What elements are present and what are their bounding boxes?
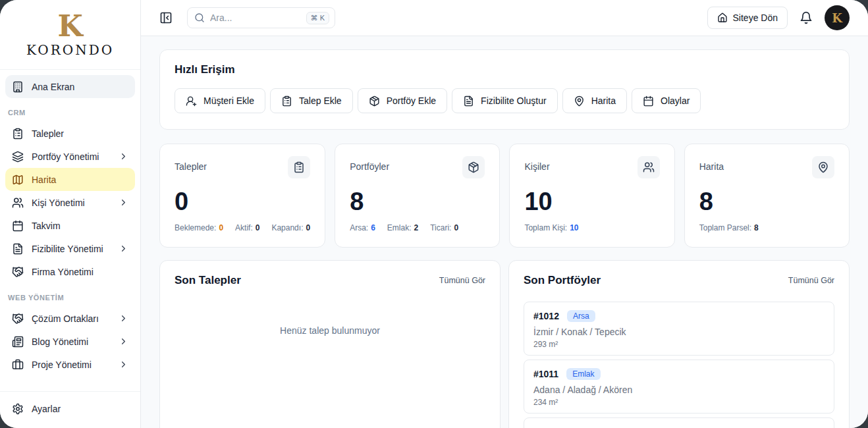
sidebar-section-crm: CRM — [5, 109, 135, 117]
portfolio-list: #1012 Arsa İzmir / Konak / Tepecik 293 m… — [524, 302, 834, 428]
map-button[interactable]: Harita — [562, 88, 627, 113]
sidebar-toggle-button[interactable] — [159, 11, 173, 24]
sidebar-item-label: Talepler — [32, 128, 64, 139]
newspaper-icon — [12, 336, 24, 348]
button-label: Harita — [591, 95, 616, 106]
sidebar-item-cozum-ortaklari[interactable]: Çözüm Ortakları — [5, 307, 135, 330]
map-pin-icon — [574, 95, 585, 107]
notifications-button[interactable] — [800, 11, 813, 24]
package-icon — [369, 95, 380, 107]
sidebar-item-label: Kişi Yönetimi — [32, 198, 85, 208]
button-label: Olaylar — [661, 95, 690, 106]
sidebar-item-label: Firma Yönetimi — [32, 267, 94, 277]
user-avatar[interactable]: K — [825, 5, 850, 30]
users-icon — [12, 197, 24, 209]
chevron-right-icon — [119, 244, 128, 254]
search-icon — [194, 13, 205, 23]
stat-title: Harita — [699, 156, 724, 172]
file-text-icon — [463, 95, 474, 107]
sidebar-item-harita[interactable]: Harita — [5, 168, 135, 191]
sidebar-item-portfoy-yonetimi[interactable]: Portföy Yönetimi — [5, 145, 135, 168]
sidebar-item-fizibilite-yonetimi[interactable]: Fizibilite Yönetimi — [5, 237, 135, 260]
stat-breakdown: Toplam Kişi:10 — [524, 223, 659, 232]
handshake-icon — [12, 313, 24, 325]
events-button[interactable]: Olaylar — [632, 88, 701, 113]
view-all-portfolios-link[interactable]: Tümünü Gör — [788, 276, 834, 285]
stat-card-kisiler: Kişiler 10 Toplam Kişi:10 — [509, 144, 674, 248]
topbar: ⌘ K Siteye Dön K — [141, 0, 868, 36]
briefcase-icon — [12, 359, 24, 371]
add-request-button[interactable]: Talep Ekle — [270, 88, 353, 113]
empty-requests-message: Henüz talep bulunmuyor — [175, 287, 485, 336]
search-box[interactable]: ⌘ K — [187, 7, 335, 28]
sidebar-item-kisi-yonetimi[interactable]: Kişi Yönetimi — [5, 191, 135, 214]
map-pin-icon — [817, 161, 829, 173]
portfolio-id: #1012 — [533, 311, 559, 321]
sidebar-item-label: Portföy Yönetimi — [32, 151, 99, 162]
clipboard-list-icon — [281, 95, 292, 107]
recent-requests-title: Son Talepler — [175, 274, 241, 287]
home-icon — [717, 13, 728, 23]
back-to-site-label: Siteye Dön — [733, 13, 778, 23]
recent-portfolios-card: Son Portföyler Tümünü Gör #1012 Arsa İzm… — [508, 260, 850, 428]
bell-icon — [800, 11, 813, 24]
panel-left-close-icon — [159, 11, 173, 24]
list-item[interactable]: #1011 Emlak Adana / Aladağ / Akören 234 … — [524, 360, 834, 414]
sidebar-footer: Ayarlar — [0, 391, 140, 428]
sidebar-item-label: Harita — [32, 174, 56, 185]
view-all-requests-link[interactable]: Tümünü Gör — [439, 276, 485, 285]
stat-title: Talepler — [175, 156, 207, 172]
map-icon — [12, 174, 24, 186]
sidebar-item-ayarlar[interactable]: Ayarlar — [5, 397, 135, 420]
chevron-right-icon — [119, 336, 128, 346]
sidebar-item-label: Ayarlar — [32, 404, 61, 414]
stat-value: 10 — [524, 189, 659, 214]
sidebar-item-firma-yonetimi[interactable]: Firma Yönetimi — [5, 260, 135, 283]
portfolio-location: İzmir / Konak / Tepecik — [533, 327, 825, 337]
back-to-site-button[interactable]: Siteye Dön — [707, 7, 788, 29]
stat-card-talepler: Talepler 0 Beklemede:0 Aktif:0 Kapandı:0 — [159, 144, 325, 248]
stat-value: 8 — [699, 189, 834, 214]
users-icon — [643, 161, 655, 173]
chevron-right-icon — [119, 313, 128, 323]
stat-title: Portföyler — [350, 156, 389, 172]
recent-requests-card: Son Talepler Tümünü Gör Henüz talep bulu… — [159, 260, 501, 428]
search-input[interactable] — [210, 13, 301, 23]
main-column: ⌘ K Siteye Dön K Hızlı Erişim — [141, 0, 868, 428]
bottom-row: Son Talepler Tümünü Gör Henüz talep bulu… — [159, 260, 850, 428]
file-text-icon — [12, 243, 24, 255]
portfolio-id: #1011 — [533, 369, 558, 379]
button-label: Fizibilite Oluştur — [481, 95, 547, 106]
chevron-right-icon — [119, 151, 128, 161]
portfolio-area: 234 m² — [533, 398, 825, 407]
sidebar-item-takvim[interactable]: Takvim — [5, 214, 135, 237]
user-plus-icon — [186, 95, 197, 107]
portfolio-location: Adana / Aladağ / Akören — [533, 385, 825, 395]
recent-portfolios-title: Son Portföyler — [524, 274, 601, 287]
portfolio-type-badge: Arsa — [567, 310, 595, 322]
stat-title: Kişiler — [524, 156, 549, 172]
calendar-icon — [643, 95, 654, 107]
chevron-right-icon — [119, 198, 128, 207]
brand-logo: K KORONDO — [0, 0, 140, 70]
stat-card-portfoyler: Portföyler 8 Arsa:6 Emlak:2 Ticari:0 — [335, 144, 500, 248]
chevron-right-icon — [119, 360, 128, 369]
portfolio-area: 293 m² — [533, 340, 825, 349]
quick-access-title: Hızlı Erişim — [175, 63, 834, 76]
quick-access-buttons: Müşteri Ekle Talep Ekle Portföy Ekle Fiz… — [175, 88, 834, 113]
stat-value: 0 — [175, 189, 310, 214]
sidebar-section-web-yonetim: WEB YÖNETİM — [5, 294, 135, 302]
create-feasibility-button[interactable]: Fizibilite Oluştur — [452, 88, 558, 113]
sidebar-item-proje-yonetimi[interactable]: Proje Yönetimi — [5, 353, 135, 376]
layers-icon — [12, 151, 24, 163]
sidebar-item-blog-yonetimi[interactable]: Blog Yönetimi — [5, 330, 135, 353]
add-portfolio-button[interactable]: Portföy Ekle — [358, 88, 447, 113]
list-item-partial[interactable] — [524, 417, 834, 428]
sidebar-item-ana-ekran[interactable]: Ana Ekran — [5, 75, 135, 98]
stat-card-harita: Harita 8 Toplam Parsel:8 — [684, 144, 850, 248]
stat-breakdown: Toplam Parsel:8 — [699, 223, 834, 232]
add-customer-button[interactable]: Müşteri Ekle — [175, 88, 265, 113]
sidebar-item-talepler[interactable]: Talepler — [5, 122, 135, 145]
stat-value: 8 — [350, 189, 485, 214]
list-item[interactable]: #1012 Arsa İzmir / Konak / Tepecik 293 m… — [524, 302, 834, 356]
